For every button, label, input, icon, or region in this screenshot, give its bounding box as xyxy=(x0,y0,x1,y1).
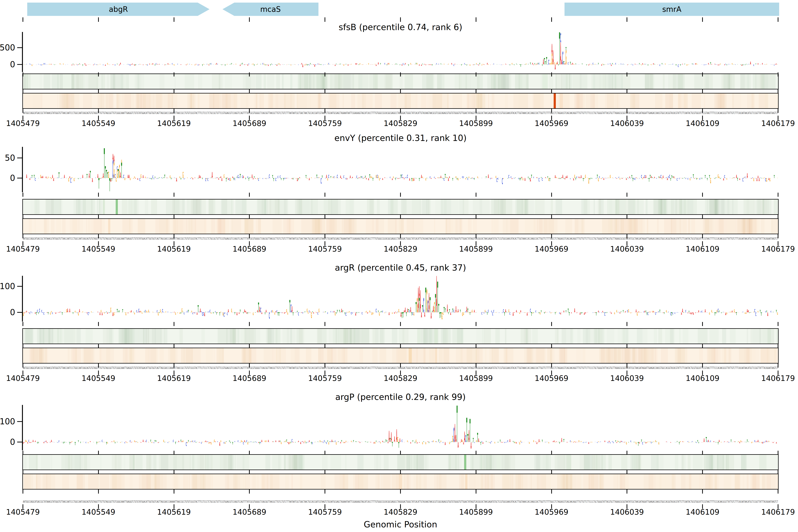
x-tick-above-green xyxy=(400,451,401,455)
x-tick-label: 1406039 xyxy=(603,244,651,254)
x-tick-between-strips xyxy=(627,470,627,474)
x-tick-label: 1406039 xyxy=(603,374,651,383)
x-tick-label: 1405759 xyxy=(301,374,349,383)
x-tick-between-strips xyxy=(476,344,476,348)
y-tick-mark xyxy=(17,157,22,158)
x-tick-above-green xyxy=(476,72,476,76)
dna-sequence-text: AATGGCCAGGCATGACCGCTATAAACGTATGGGTGTTAAC… xyxy=(23,499,778,504)
attribution-logo-plot-argP xyxy=(23,404,778,452)
x-tick-label: 1405829 xyxy=(377,507,424,517)
y-tick-label: 0 xyxy=(0,173,15,183)
x-tick-label: 1405549 xyxy=(74,374,122,383)
x-tick-label: 1405969 xyxy=(528,374,575,383)
x-tick-above-green xyxy=(778,451,778,455)
x-tick-between-strips xyxy=(22,215,23,219)
x-tick-above-green xyxy=(476,322,476,326)
y-tick-label: 50 xyxy=(0,153,15,163)
x-tick-above-green xyxy=(627,451,627,455)
gene-smrA: smrA xyxy=(565,3,779,16)
green-heatmap-strip-envY xyxy=(22,199,779,215)
x-tick-above-green xyxy=(778,193,778,197)
x-tick-gene-row xyxy=(325,17,325,22)
x-tick-label: 1405689 xyxy=(225,374,273,383)
y-tick-mark xyxy=(17,47,22,48)
x-tick-above-green xyxy=(325,451,325,455)
panel-title: envY (percentile 0.31, rank 10) xyxy=(179,133,622,143)
x-tick-above-green xyxy=(627,193,627,197)
x-tick-between-strips xyxy=(778,90,778,93)
x-tick-label: 1405619 xyxy=(150,244,198,254)
x-tick-above-green xyxy=(249,451,250,455)
x-tick-gene-row xyxy=(249,17,250,22)
x-tick-label: 1406039 xyxy=(603,507,651,517)
y-tick-label: 0 xyxy=(0,437,15,447)
x-tick-label: 1406179 xyxy=(754,244,798,254)
x-tick-between-strips xyxy=(400,344,401,348)
y-tick-mark xyxy=(17,286,22,287)
x-tick-below-orange xyxy=(400,490,401,494)
x-tick-above-green xyxy=(22,72,23,76)
x-tick-between-strips xyxy=(778,215,778,219)
x-tick-label: 1405479 xyxy=(0,119,47,128)
x-tick-above-green xyxy=(174,72,174,76)
y-tick-mark xyxy=(17,312,22,313)
x-tick-label: 1405689 xyxy=(225,119,273,128)
x-tick-label: 1405619 xyxy=(150,119,198,128)
x-tick-above-green xyxy=(702,322,703,326)
orange-heatmap-strip-envY xyxy=(22,218,779,234)
panel-title: argP (percentile 0.29, rank 99) xyxy=(179,392,622,402)
x-tick-above-green xyxy=(98,451,99,455)
x-tick-above-green xyxy=(325,193,325,197)
y-tick-mark xyxy=(17,442,22,442)
x-tick-between-strips xyxy=(400,470,401,474)
x-tick-label: 1405969 xyxy=(528,119,575,128)
x-tick-between-strips xyxy=(627,90,627,93)
x-tick-between-strips xyxy=(174,344,174,348)
x-tick-gene-row xyxy=(400,17,401,22)
x-tick-gene-row xyxy=(551,17,552,22)
dna-sequence-string: AATGGCCAGGCATGACCGCTATAAACGTATGGGTGTTAAC… xyxy=(23,499,778,504)
x-tick-between-strips xyxy=(702,344,703,348)
x-tick-label: 1405689 xyxy=(225,244,273,254)
x-tick-above-green xyxy=(98,193,99,197)
y-tick-label: 100 xyxy=(0,416,15,427)
x-tick-above-green xyxy=(22,193,23,197)
x-axis-title: Genomic Position xyxy=(179,519,622,529)
y-tick-label: 0 xyxy=(0,59,15,70)
x-tick-below-orange xyxy=(627,490,627,494)
gene-abgR: abgR xyxy=(27,3,209,16)
x-tick-above-green xyxy=(778,322,778,326)
x-tick-between-strips xyxy=(702,90,703,93)
x-tick-above-green xyxy=(249,193,250,197)
x-tick-above-green xyxy=(476,193,476,197)
x-tick-between-strips xyxy=(22,90,23,93)
x-tick-label: 1405479 xyxy=(0,374,47,383)
x-tick-between-strips xyxy=(702,470,703,474)
x-tick-between-strips xyxy=(476,470,476,474)
x-tick-below-orange xyxy=(249,490,250,494)
gene-mcaS: mcaS xyxy=(223,3,319,16)
panel-title: sfsB (percentile 0.74, rank 6) xyxy=(179,22,622,32)
dna-sequence-string: AATGGCCAGGCATGACCGCTATAAACGTATGGGTGTTAAC… xyxy=(23,111,778,115)
dna-sequence-text: AATGGCCAGGCATGACCGCTATAAACGTATGGGTGTTAAC… xyxy=(23,366,778,370)
x-tick-between-strips xyxy=(249,344,250,348)
x-tick-between-strips xyxy=(325,90,325,93)
attribution-logo-plot-argR xyxy=(23,275,778,323)
dna-sequence-text: AATGGCCAGGCATGACCGCTATAAACGTATGGGTGTTAAC… xyxy=(23,236,778,241)
x-tick-gene-row xyxy=(174,17,174,22)
x-tick-label: 1405689 xyxy=(225,507,273,517)
x-tick-gene-row xyxy=(778,17,778,22)
y-tick-mark xyxy=(17,64,22,65)
x-tick-below-orange xyxy=(325,490,325,494)
x-tick-label: 1406109 xyxy=(679,374,726,383)
x-tick-above-green xyxy=(627,72,627,76)
orange-heatmap-strip-argR xyxy=(22,348,779,363)
x-tick-label: 1405899 xyxy=(452,119,500,128)
x-tick-between-strips xyxy=(778,470,778,474)
x-tick-between-strips xyxy=(702,215,703,219)
x-tick-between-strips xyxy=(400,90,401,93)
green-heatmap-strip-argP xyxy=(22,454,779,470)
x-tick-label: 1405829 xyxy=(377,119,424,128)
x-tick-gene-row xyxy=(627,17,627,22)
orange-heatmap-strip-sfsB xyxy=(22,93,779,109)
